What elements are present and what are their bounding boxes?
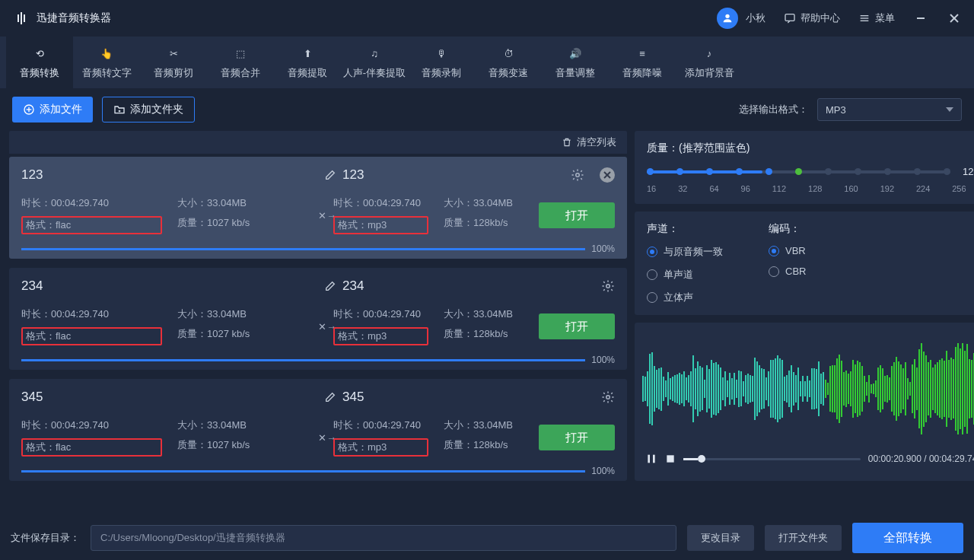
svg-rect-1 (785, 14, 794, 21)
help-button[interactable]: 帮助中心 (784, 11, 840, 25)
svg-point-13 (576, 173, 580, 177)
tab-icon-5: ♫ (366, 45, 383, 62)
edit-icon (324, 391, 336, 403)
waveform-preview: 00:00:20.900 / 00:04:29.740 (635, 323, 974, 481)
clear-list-button[interactable]: 清空列表 (562, 135, 616, 149)
trash-icon (562, 137, 572, 148)
user-account[interactable]: 小秋 (717, 8, 766, 29)
remove-item-button[interactable] (600, 167, 615, 183)
settings-panel: 质量：(推荐范围蓝色) 128kbit/s 163264961121281601… (635, 131, 974, 481)
bottom-bar: 文件保存目录： C:/Users/Mloong/Desktop/迅捷音频转换器 … (0, 516, 974, 560)
logo-icon (12, 9, 30, 27)
tab-icon-4: ⬆ (299, 45, 316, 62)
src-size: 大小：33.04MB (177, 418, 318, 432)
tab-9[interactable]: ≡音频降噪 (609, 37, 676, 88)
source-filename: 123 (21, 167, 315, 183)
tab-10[interactable]: ♪添加背景音 (676, 37, 743, 88)
item-settings-button[interactable] (601, 279, 615, 293)
output-filename[interactable]: 123 (324, 167, 476, 183)
tab-icon-6: 🎙 (433, 45, 450, 62)
src-duration: 时长：00:04:29.740 (21, 307, 162, 321)
tab-0[interactable]: ⟲音频转换 (6, 37, 73, 88)
open-button[interactable]: 打开 (539, 202, 615, 228)
tab-icon-0: ⟲ (31, 45, 48, 62)
quality-slider[interactable] (647, 170, 950, 173)
encoding-group: 编码： VBR CBR (769, 222, 806, 304)
radio-encoding-vbr[interactable]: VBR (769, 245, 806, 256)
src-duration: 时长：00:04:29.740 (21, 418, 162, 432)
shuffle-icon: ✕→ (318, 321, 333, 332)
save-dir-label: 文件保存目录： (11, 531, 80, 545)
channel-group: 声道： 与原音频一致 单声道 立体声 (647, 222, 723, 304)
tab-2[interactable]: ✂音频剪切 (140, 37, 207, 88)
save-path-input[interactable]: C:/Users/Mloong/Desktop/迅捷音频转换器 (91, 525, 676, 551)
tab-7[interactable]: ⏱音频变速 (475, 37, 542, 88)
tab-4[interactable]: ⬆音频提取 (274, 37, 341, 88)
source-filename: 234 (21, 278, 315, 294)
close-button[interactable] (947, 11, 962, 26)
src-format: 格式：flac (21, 438, 162, 457)
minimize-button[interactable] (913, 11, 928, 26)
progress-bar (21, 248, 585, 250)
radio-channel-mono[interactable]: 单声道 (647, 268, 723, 282)
add-folder-button[interactable]: 添加文件夹 (102, 97, 195, 123)
main-tabs: ⟲音频转换👆音频转文字✂音频剪切⬚音频合并⬆音频提取♫人声-伴奏提取🎙音频录制⏱… (0, 37, 974, 88)
open-button[interactable]: 打开 (539, 313, 615, 339)
progress-bar (21, 470, 585, 473)
file-list-panel: 清空列表 123 123 时长：00:04:29.740 大小：33.04MB … (9, 131, 627, 481)
folder-plus-icon (113, 103, 126, 116)
file-item[interactable]: 234 234 时长：00:04:29.740 大小：33.04MB 格式：fl… (9, 268, 627, 370)
src-size: 大小：33.04MB (177, 196, 318, 210)
progress-percent: 100% (591, 466, 615, 476)
tab-icon-10: ♪ (701, 45, 718, 62)
menu-button[interactable]: 菜单 (858, 11, 895, 25)
edit-icon (324, 280, 336, 292)
playback-time: 00:00:20.900 / 00:04:29.740 (868, 453, 974, 464)
radio-channel-same[interactable]: 与原音频一致 (647, 245, 723, 259)
radio-encoding-cbr[interactable]: CBR (769, 266, 806, 277)
file-item[interactable]: 345 345 时长：00:04:29.740 大小：33.04MB 格式：fl… (9, 379, 627, 481)
dst-bitrate: 质量：128kb/s (444, 438, 539, 457)
svg-rect-24 (667, 455, 673, 462)
tab-3[interactable]: ⬚音频合并 (207, 37, 274, 88)
dst-bitrate: 质量：128kb/s (444, 327, 539, 345)
titlebar: 迅捷音频转换器 小秋 帮助中心 菜单 (0, 0, 974, 37)
tab-icon-2: ✂ (165, 45, 182, 62)
app-logo: 迅捷音频转换器 (12, 9, 111, 27)
output-filename[interactable]: 234 (324, 278, 476, 294)
src-duration: 时长：00:04:29.740 (21, 196, 162, 210)
progress-percent: 100% (591, 243, 615, 254)
pause-icon[interactable] (645, 453, 657, 465)
tab-5[interactable]: ♫人声-伴奏提取 (341, 37, 408, 88)
chat-icon (784, 12, 796, 24)
item-settings-button[interactable] (601, 390, 615, 404)
radio-channel-stereo[interactable]: 立体声 (647, 291, 723, 304)
src-bitrate: 质量：1027 kb/s (177, 216, 318, 234)
dst-duration: 时长：00:04:29.740 (333, 196, 428, 210)
tab-6[interactable]: 🎙音频录制 (408, 37, 475, 88)
convert-all-button[interactable]: 全部转换 (852, 523, 963, 553)
src-bitrate: 质量：1027 kb/s (177, 327, 318, 345)
dst-size: 大小：33.04MB (444, 196, 539, 210)
source-filename: 345 (21, 390, 315, 405)
tab-icon-1: 👆 (98, 45, 115, 62)
tab-8[interactable]: 🔊音量调整 (542, 37, 609, 88)
svg-rect-23 (653, 455, 655, 463)
stop-icon[interactable] (665, 453, 676, 464)
item-settings-button[interactable] (571, 168, 584, 182)
svg-point-19 (606, 396, 610, 399)
open-button[interactable]: 打开 (539, 425, 615, 450)
dst-duration: 时长：00:04:29.740 (333, 307, 428, 321)
dst-bitrate: 质量：128kb/s (444, 216, 539, 234)
change-dir-button[interactable]: 更改目录 (687, 525, 754, 551)
output-filename[interactable]: 345 (324, 390, 476, 405)
add-file-button[interactable]: 添加文件 (12, 97, 93, 123)
src-size: 大小：33.04MB (177, 307, 318, 321)
open-folder-button[interactable]: 打开文件夹 (765, 525, 842, 551)
output-format-select[interactable]: MP3 (817, 98, 962, 121)
tab-icon-8: 🔊 (567, 45, 584, 62)
file-item[interactable]: 123 123 时长：00:04:29.740 大小：33.04MB 格式：fl… (9, 157, 627, 259)
playback-slider[interactable] (683, 458, 861, 460)
tab-1[interactable]: 👆音频转文字 (73, 37, 140, 88)
dst-size: 大小：33.04MB (444, 307, 539, 321)
